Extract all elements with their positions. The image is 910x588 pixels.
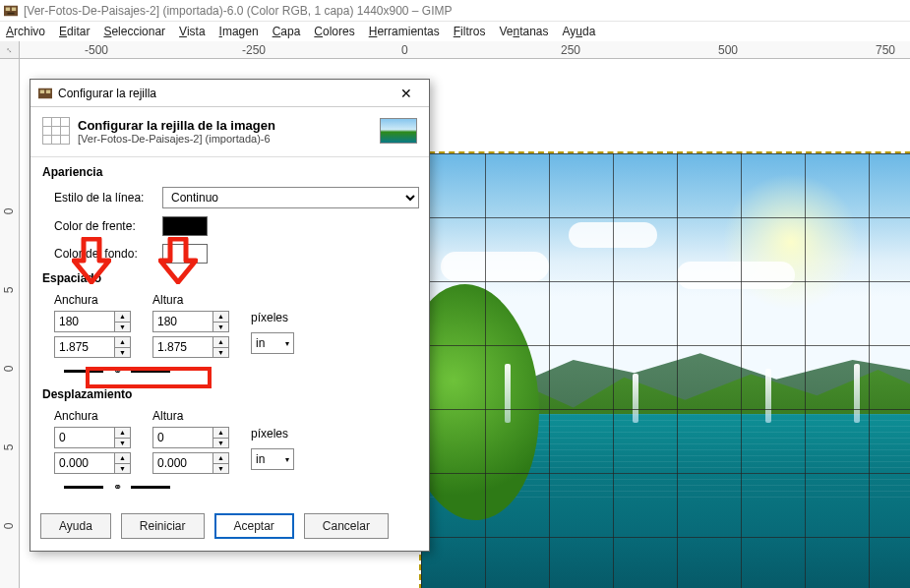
ruler-v-tick: 5: [2, 444, 16, 451]
spin-up-icon[interactable]: ▲: [115, 453, 130, 464]
menu-filtros[interactable]: Filtros: [454, 25, 486, 38]
ruler-corner[interactable]: ↔: [0, 41, 20, 59]
ruler-v-tick: 0: [2, 366, 16, 373]
menu-seleccionar[interactable]: Seleccionar: [103, 25, 165, 38]
offset-width-unit[interactable]: ▲▼: [54, 452, 131, 474]
svg-rect-6: [46, 89, 50, 93]
appearance-title: Apariencia: [42, 165, 419, 179]
fg-color-swatch[interactable]: [162, 216, 208, 236]
close-icon[interactable]: ✕: [392, 83, 421, 104]
spacing-width-px[interactable]: ▲▼: [54, 311, 131, 332]
spin-down-icon[interactable]: ▼: [213, 464, 228, 474]
ruler-v-tick: 0: [2, 208, 16, 215]
spacing-height-label: Altura: [152, 293, 231, 307]
spin-up-icon[interactable]: ▲: [115, 428, 130, 439]
offset-width-px[interactable]: ▲▼: [54, 427, 131, 448]
spacing-width-label: Anchura: [54, 293, 133, 307]
window-title: [Ver-Fotos-De-Paisajes-2] (importada)-6.…: [24, 4, 453, 18]
spin-up-icon[interactable]: ▲: [213, 337, 228, 348]
bg-color-swatch[interactable]: [162, 244, 208, 264]
grid-icon: [42, 117, 70, 145]
grid-overlay: [421, 153, 910, 588]
ruler-h-tick: 250: [561, 43, 580, 57]
px-unit-label: píxeles: [251, 311, 288, 324]
offset-unit-select[interactable]: in▾: [251, 448, 294, 470]
svg-rect-2: [12, 7, 16, 11]
fg-color-label: Color de frente:: [54, 219, 152, 233]
spacing-width-unit[interactable]: ▲▼: [54, 336, 131, 358]
ruler-v-tick: 5: [2, 287, 16, 294]
spin-down-icon[interactable]: ▼: [213, 348, 228, 358]
ruler-h-tick: 0: [401, 43, 408, 57]
dialog-title: Configurar la rejilla: [58, 87, 156, 100]
menu-imagen[interactable]: Imagen: [219, 25, 259, 38]
menu-capa[interactable]: Capa: [273, 25, 301, 38]
dialog-header: Configurar la rejilla de la imagen [Ver-…: [40, 113, 419, 154]
offset-title: Desplazamiento: [42, 387, 419, 401]
menu-colores[interactable]: Colores: [314, 25, 354, 38]
spin-up-icon[interactable]: ▲: [115, 337, 130, 348]
main-titlebar: [Ver-Fotos-De-Paisajes-2] (importada)-6.…: [0, 0, 910, 22]
dialog-header-sub: [Ver-Fotos-De-Paisajes-2] (importada)-6: [78, 133, 275, 145]
configure-grid-dialog: Configurar la rejilla ✕ Configurar la re…: [30, 79, 430, 552]
gimp-icon: [4, 5, 18, 17]
spin-down-icon[interactable]: ▼: [115, 348, 130, 358]
spacing-unit-select[interactable]: in▾: [251, 332, 294, 354]
spin-down-icon[interactable]: ▼: [115, 323, 130, 332]
svg-rect-3: [8, 12, 15, 14]
spin-down-icon[interactable]: ▼: [213, 439, 228, 448]
image-thumbnail: [380, 118, 417, 144]
spacing-height-px[interactable]: ▲▼: [152, 311, 229, 332]
ruler-vertical[interactable]: 0 5 0 5 0: [0, 59, 20, 588]
spacing-chain[interactable]: ⚭: [64, 364, 419, 378]
menu-editar[interactable]: Editar: [59, 25, 90, 38]
spacing-height-unit[interactable]: ▲▼: [152, 336, 229, 358]
svg-rect-5: [40, 89, 44, 93]
dialog-titlebar[interactable]: Configurar la rejilla ✕: [30, 80, 429, 107]
px-unit-label: píxeles: [251, 427, 288, 441]
offset-chain[interactable]: ⚭: [64, 480, 419, 494]
line-style-select[interactable]: Continuo: [162, 187, 419, 208]
svg-rect-1: [6, 7, 10, 11]
spin-down-icon[interactable]: ▼: [115, 439, 130, 448]
menu-vista[interactable]: Vista: [179, 25, 205, 38]
offset-height-unit[interactable]: ▲▼: [152, 452, 229, 474]
ruler-h-tick: -250: [242, 43, 266, 57]
reset-button[interactable]: Reiniciar: [121, 513, 205, 539]
menu-bar: Archivo Editar Seleccionar Vista Imagen …: [0, 22, 910, 41]
ruler-horizontal[interactable]: -500 -250 0 250 500 750: [20, 41, 910, 59]
accept-button[interactable]: Aceptar: [214, 513, 294, 539]
line-style-label: Estilo de la línea:: [54, 191, 152, 205]
spin-down-icon[interactable]: ▼: [213, 323, 228, 332]
chain-link-icon[interactable]: ⚭: [107, 480, 127, 494]
offset-height-label: Altura: [152, 409, 231, 423]
image-on-canvas[interactable]: [419, 151, 910, 588]
offset-height-px[interactable]: ▲▼: [152, 427, 229, 448]
spin-down-icon[interactable]: ▼: [115, 464, 130, 474]
chain-link-icon[interactable]: ⚭: [107, 364, 127, 378]
offset-width-label: Anchura: [54, 409, 133, 423]
cancel-button[interactable]: Cancelar: [304, 513, 389, 539]
spacing-title: Espaciado: [42, 271, 419, 285]
gimp-icon: [38, 88, 52, 99]
ruler-h-tick: 750: [876, 43, 895, 57]
spin-up-icon[interactable]: ▲: [213, 453, 228, 464]
spin-up-icon[interactable]: ▲: [115, 312, 130, 323]
menu-herramientas[interactable]: Herramientas: [369, 25, 440, 38]
ruler-h-tick: -500: [85, 43, 108, 57]
ruler-h-tick: 500: [718, 43, 738, 57]
dialog-header-title: Configurar la rejilla de la imagen: [78, 118, 275, 133]
menu-ventanas[interactable]: Ventanas: [499, 25, 548, 38]
chevron-down-icon: ▾: [285, 455, 289, 464]
chevron-down-icon: ▾: [285, 339, 289, 348]
help-button[interactable]: Ayuda: [40, 513, 111, 539]
bg-color-label: Color del fondo:: [54, 247, 152, 261]
ruler-v-tick: 0: [2, 523, 16, 530]
menu-ayuda[interactable]: Ayuda: [562, 25, 595, 38]
spin-up-icon[interactable]: ▲: [213, 312, 228, 323]
spin-up-icon[interactable]: ▲: [213, 428, 228, 439]
menu-archivo[interactable]: Archivo: [6, 25, 45, 38]
